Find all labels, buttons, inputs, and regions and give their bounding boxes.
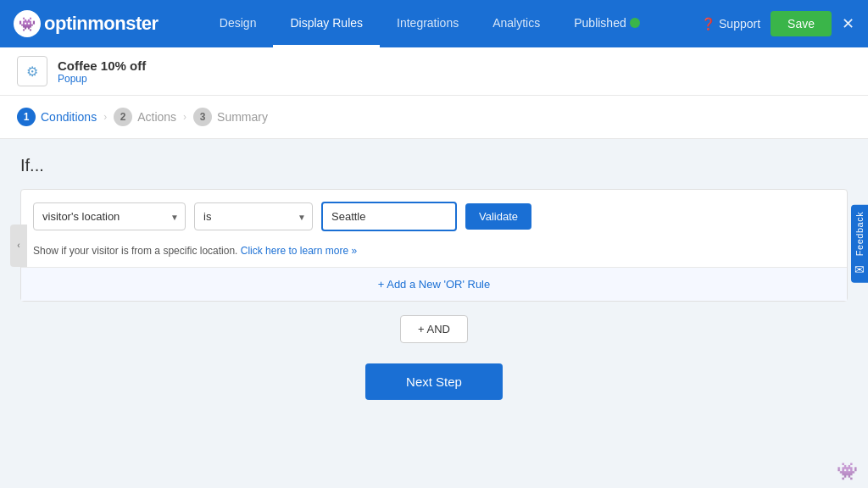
- value-input[interactable]: [321, 202, 457, 231]
- step-num-3: 3: [193, 108, 212, 126]
- close-button[interactable]: ✕: [842, 16, 854, 31]
- next-step-button[interactable]: Next Step: [365, 363, 503, 400]
- footer-monster: 👾: [837, 461, 858, 481]
- rule-row: visitor's location page views time on pa…: [21, 190, 847, 243]
- tab-display-rules[interactable]: Display Rules: [273, 0, 380, 47]
- campaign-name: Coffee 10% off: [58, 58, 146, 73]
- step-label-conditions: Conditions: [41, 110, 97, 124]
- header: 👾 optinmonster Design Display Rules Inte…: [0, 0, 868, 47]
- condition-select-wrapper: visitor's location page views time on pa…: [33, 202, 186, 230]
- published-indicator: [630, 18, 640, 28]
- tab-analytics[interactable]: Analytics: [476, 0, 557, 47]
- learn-more-link[interactable]: Click here to learn more »: [241, 245, 357, 257]
- step-arrow-1: ›: [103, 111, 107, 123]
- step-summary[interactable]: 3 Summary: [193, 108, 268, 126]
- step-conditions[interactable]: 1 Conditions: [17, 108, 97, 126]
- campaign-bar: ⚙ Coffee 10% off Popup: [0, 47, 868, 96]
- and-button[interactable]: + AND: [400, 315, 468, 343]
- step-num-2: 2: [114, 108, 132, 126]
- support-button[interactable]: ❓ Support: [701, 17, 760, 30]
- operator-select-wrapper: is is not ▼: [194, 202, 313, 230]
- tab-integrations[interactable]: Integrations: [380, 0, 476, 47]
- rule-hint: Show if your visitor is from a specific …: [21, 243, 847, 267]
- operator-select[interactable]: is is not: [194, 202, 313, 230]
- if-label: If...: [20, 156, 848, 175]
- next-step-row: Next Step: [20, 363, 848, 400]
- and-row: + AND: [20, 315, 848, 343]
- rule-card: visitor's location page views time on pa…: [20, 189, 848, 302]
- question-icon: ❓: [701, 17, 715, 30]
- step-num-1: 1: [17, 108, 36, 126]
- save-button[interactable]: Save: [771, 11, 832, 36]
- collapse-toggle[interactable]: ‹: [10, 225, 27, 267]
- header-actions: ❓ Support Save ✕: [701, 11, 854, 36]
- gear-icon: ⚙: [26, 64, 38, 80]
- steps-bar: 1 Conditions › 2 Actions › 3 Summary: [0, 96, 868, 139]
- main-content: If... ‹ visitor's location page views ti…: [0, 139, 868, 488]
- campaign-icon: ⚙: [17, 56, 47, 86]
- feedback-sidebar[interactable]: Feedback ✉: [851, 205, 868, 283]
- tab-design[interactable]: Design: [203, 0, 274, 47]
- step-actions[interactable]: 2 Actions: [114, 108, 176, 126]
- tab-published[interactable]: Published: [557, 0, 657, 47]
- step-label-summary: Summary: [217, 110, 268, 124]
- campaign-type: Popup: [58, 73, 146, 85]
- logo-icon: 👾: [14, 10, 41, 37]
- feedback-icon: ✉: [854, 263, 865, 276]
- logo: 👾 optinmonster: [14, 10, 159, 37]
- condition-select[interactable]: visitor's location page views time on pa…: [33, 202, 186, 230]
- validate-button[interactable]: Validate: [465, 203, 531, 230]
- feedback-label: Feedback: [854, 212, 865, 256]
- logo-text: optinmonster: [44, 13, 159, 35]
- panel-wrapper: ‹ visitor's location page views time on …: [20, 189, 848, 302]
- step-arrow-2: ›: [183, 111, 186, 123]
- campaign-info: Coffee 10% off Popup: [58, 58, 146, 85]
- step-label-actions: Actions: [137, 110, 176, 124]
- nav-tabs: Design Display Rules Integrations Analyt…: [186, 0, 674, 47]
- add-or-rule-button[interactable]: + Add a New 'OR' Rule: [21, 268, 847, 301]
